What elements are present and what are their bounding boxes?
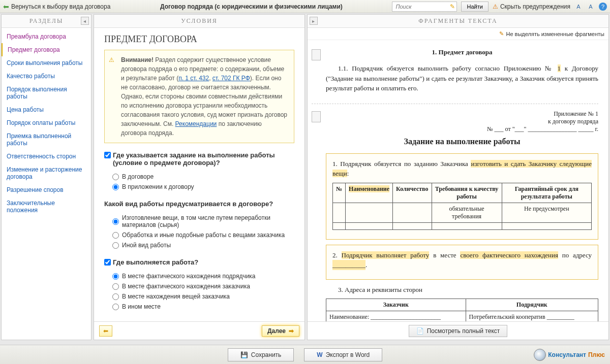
q3-opt-0[interactable]: В месте фактического нахождения подрядчи…: [104, 271, 294, 281]
find-button[interactable]: Найти: [461, 2, 488, 12]
th-qty: Количество: [393, 183, 432, 203]
question-3: Где выполняется работа? В месте фактичес…: [104, 258, 294, 312]
table-row: обязательные требования Не предусмотрен: [333, 203, 592, 222]
section-item-amendment[interactable]: Изменение и расторжение договора: [2, 163, 91, 183]
search-box: ✎: [392, 2, 457, 12]
parties-table: ЗаказчикПодрядчик Наименование: ________…: [326, 299, 598, 321]
fragments-body[interactable]: 1. Предмет договора 1.1. Подрядчик обязу…: [308, 40, 608, 321]
highlighted-block-1: 1. Подрядчик обязуется по заданию Заказч…: [326, 153, 598, 240]
arrow-left-icon: ⬅: [103, 327, 108, 335]
page-title: Договор подряда (с юридическими и физиче…: [114, 3, 388, 10]
brand-text-1: Консультант: [548, 351, 586, 358]
li2: 2. Подрядчик выполняет работу в месте св…: [332, 250, 592, 270]
appendix-no: Приложение № 1: [326, 110, 598, 118]
sections-title: РАЗДЕЛЫ: [29, 17, 64, 25]
arrow-right-icon: ➡: [289, 327, 294, 335]
bottom-toolbar: 💾 Сохранить W Экспорт в Word Консультант…: [0, 345, 610, 364]
warning-link-2[interactable]: ст. 702 ГК РФ: [212, 75, 250, 82]
fragments-footer: 📄 Посмотреть полный текст: [308, 321, 608, 340]
search-input[interactable]: [392, 4, 448, 10]
save-label: Сохранить: [251, 351, 282, 358]
hide-warnings-label: Скрыть предупреждения: [500, 3, 570, 10]
frag-p11: 1.1. Подрядчик обязуется выполнить работ…: [326, 63, 598, 93]
section-item-order[interactable]: Порядок выполнения работы: [2, 83, 91, 103]
conditions-footer: ⬅ Далее➡: [94, 321, 304, 340]
brand-logo[interactable]: КонсультантПлюс: [534, 349, 605, 361]
th-name: Наименование: [346, 183, 393, 203]
warning-link-3[interactable]: Рекомендации: [175, 120, 217, 127]
section-item-acceptance[interactable]: Приемка выполненной работы: [2, 129, 91, 150]
th-warranty: Гарантийный срок для результата работы: [502, 183, 591, 203]
q1-opt-1[interactable]: В приложении к договору: [104, 182, 294, 192]
q1-opt-0[interactable]: В договоре: [104, 172, 294, 182]
table-row: Наименование: _______________________Пот…: [326, 311, 598, 322]
num-date: № ___ от "___" ________________ _____ г.: [326, 125, 598, 133]
font-larger-icon[interactable]: A: [587, 3, 595, 11]
save-icon: 💾: [240, 351, 248, 358]
fragments-header: ▸ ФРАГМЕНТЫ ТЕКСТА: [308, 15, 608, 28]
task-title: Задание на выполнение работы: [326, 137, 598, 146]
section-item-preamble[interactable]: Преамбула договора: [2, 30, 91, 43]
warning-strong: Внимание!: [121, 56, 154, 63]
q2-opt-0[interactable]: Изготовление вещи, в том числе путем пер…: [104, 213, 294, 230]
section-item-subject[interactable]: Предмет договора: [2, 43, 91, 56]
q1-checkbox[interactable]: [104, 152, 111, 158]
q3-opt-1[interactable]: В месте фактического нахождения заказчик…: [104, 281, 294, 291]
to-contract: к договору подряда: [326, 118, 598, 125]
th-req: Требования к качеству работы: [432, 183, 502, 203]
section-item-quality[interactable]: Качество работы: [2, 70, 91, 83]
q3-opt-3[interactable]: В ином месте: [104, 302, 294, 312]
save-button[interactable]: 💾 Сохранить: [228, 348, 294, 361]
table-row: [333, 222, 592, 229]
li1: 1. Подрядчик обязуется по заданию Заказч…: [332, 159, 592, 179]
fragment-2: Приложение № 1 к договору подряда № ___ …: [312, 110, 598, 322]
q2-title: Какой вид работы предусматривается в дог…: [104, 200, 273, 208]
page-icon[interactable]: [312, 111, 321, 122]
export-word-button[interactable]: W Экспорт в Word: [304, 348, 382, 361]
view-full-text-button[interactable]: 📄 Посмотреть полный текст: [409, 325, 508, 337]
conditions-header: УСЛОВИЯ: [94, 15, 304, 28]
highlighted-block-2: 2. Подрядчик выполняет работу в месте св…: [326, 245, 598, 280]
warning-off-icon: ⚠: [493, 3, 498, 10]
no-highlight-label[interactable]: Не выделять измененные фрагменты: [506, 31, 604, 37]
question-1: Где указывается задание на выполнение ра…: [104, 151, 294, 192]
search-clear-icon[interactable]: ✎: [448, 3, 456, 10]
q2-opt-1[interactable]: Обработка и иные подобные работы с вещам…: [104, 230, 294, 240]
help-icon[interactable]: ?: [599, 3, 607, 11]
next-button[interactable]: Далее➡: [262, 325, 299, 337]
arrow-left-icon: ⬅: [3, 3, 9, 11]
fragment-1: 1. Предмет договора 1.1. Подрядчик обязу…: [312, 48, 598, 104]
fragments-panel: ▸ ФРАГМЕНТЫ ТЕКСТА ✎ Не выделять изменен…: [307, 14, 609, 340]
section-item-price[interactable]: Цена работы: [2, 103, 91, 116]
warning-text-2: ). Если оно не согласовано, договор не с…: [121, 75, 287, 127]
section-item-payment[interactable]: Порядок оплаты работы: [2, 116, 91, 129]
question-2: Какой вид работы предусматривается в дог…: [104, 200, 294, 250]
warning-link-1[interactable]: п. 1 ст. 432: [178, 75, 209, 82]
collapse-fragments-icon[interactable]: ▸: [310, 17, 318, 25]
word-icon: W: [317, 351, 322, 358]
highlight-off-icon[interactable]: ✎: [499, 30, 504, 37]
warning-icon: ⚠: [109, 55, 114, 64]
q3-checkbox[interactable]: [104, 259, 111, 266]
th-num: №: [333, 183, 346, 203]
document-icon: 📄: [416, 327, 424, 335]
font-smaller-icon[interactable]: A: [574, 3, 583, 11]
collapse-sections-icon[interactable]: ◂: [81, 17, 89, 25]
main-columns: РАЗДЕЛЫ ◂ Преамбула договора Предмет дог…: [0, 13, 610, 341]
fragments-subheader: ✎ Не выделять измененные фрагменты: [308, 28, 608, 40]
section-item-liability[interactable]: Ответственность сторон: [2, 150, 91, 163]
section-item-final[interactable]: Заключительные положения: [2, 196, 91, 217]
q3-opt-2[interactable]: В месте нахождения вещей заказчика: [104, 291, 294, 302]
section-item-disputes[interactable]: Разрешение споров: [2, 183, 91, 196]
back-button[interactable]: ⬅ Вернуться к выбору вида договора: [3, 3, 110, 11]
sections-header: РАЗДЕЛЫ ◂: [2, 15, 91, 28]
warning-box: ⚠ Внимание! Раздел содержит существенное…: [104, 50, 294, 143]
li3: 3. Адреса и реквизиты сторон: [326, 285, 598, 295]
prev-button[interactable]: ⬅: [99, 325, 112, 337]
brand-icon: [534, 349, 546, 361]
export-label: Экспорт в Word: [326, 351, 370, 358]
page-icon[interactable]: [312, 49, 321, 60]
section-item-terms[interactable]: Сроки выполнения работы: [2, 56, 91, 70]
hide-warnings-button[interactable]: ⚠ Скрыть предупреждения: [493, 3, 570, 10]
q2-opt-2[interactable]: Иной вид работы: [104, 240, 294, 250]
